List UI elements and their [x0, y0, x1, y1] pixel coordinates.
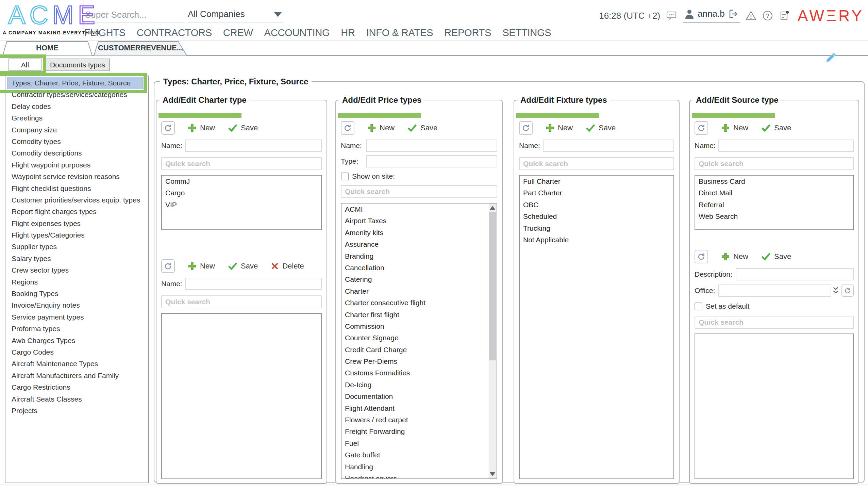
- list-item[interactable]: Fuel: [341, 438, 497, 449]
- sidebar-item[interactable]: Company size: [7, 124, 143, 136]
- scroll-up-icon[interactable]: [490, 206, 495, 210]
- refresh-button[interactable]: [695, 250, 708, 263]
- nav-item[interactable]: HR: [341, 27, 355, 38]
- sidebar-item[interactable]: Regions: [7, 276, 143, 288]
- new-button[interactable]: New: [721, 124, 748, 132]
- new-button[interactable]: New: [188, 124, 215, 132]
- save-button[interactable]: Save: [407, 123, 437, 133]
- list-item[interactable]: Full Charter: [520, 176, 673, 187]
- sidebar-item[interactable]: Greetings: [7, 112, 143, 124]
- scrollbar-thumb[interactable]: [489, 212, 496, 360]
- save-button[interactable]: Save: [228, 123, 258, 133]
- company-logo[interactable]: ACME A COMPANY MAKING EVERYTHING: [0, 0, 84, 38]
- price-type-input[interactable]: [366, 155, 497, 167]
- subtab-all[interactable]: All: [9, 59, 41, 71]
- refresh-button[interactable]: [341, 121, 354, 135]
- refresh-button[interactable]: [519, 121, 533, 135]
- source-name-input[interactable]: [718, 140, 854, 152]
- list-item[interactable]: OBC: [520, 199, 673, 211]
- nav-item[interactable]: SETTINGS: [502, 27, 551, 38]
- list-item[interactable]: Handling: [341, 461, 497, 473]
- scrollbar[interactable]: [489, 204, 497, 478]
- list-item[interactable]: ACMI: [341, 204, 497, 215]
- show-on-site-checkbox[interactable]: [341, 173, 349, 180]
- list-item[interactable]: Customs Formalities: [341, 367, 497, 379]
- sidebar-item[interactable]: Flight checklist questions: [7, 183, 143, 194]
- list-item[interactable]: Credit Card Charge: [341, 344, 497, 356]
- sidebar-item[interactable]: Projects: [7, 405, 143, 417]
- nav-item[interactable]: INFO & RATES: [366, 27, 433, 38]
- sidebar-item[interactable]: Aircraft Seats Classes: [7, 393, 143, 405]
- list-item[interactable]: Flowers / red carpet: [341, 414, 497, 426]
- sidebar-item[interactable]: Waypoint service revision reasons: [7, 171, 143, 182]
- charter-sub-quick-search[interactable]: [161, 295, 322, 308]
- new-button[interactable]: New: [188, 262, 215, 271]
- refresh-button[interactable]: [161, 121, 175, 135]
- sidebar-item[interactable]: Aircraft Manufacturers and Family: [7, 370, 143, 381]
- list-item[interactable]: Branding: [341, 250, 497, 262]
- list-item[interactable]: Charter first flight: [341, 309, 497, 321]
- nav-item[interactable]: FLIGHTS: [84, 27, 126, 38]
- save-button[interactable]: Save: [761, 252, 791, 261]
- save-button[interactable]: Save: [761, 123, 791, 133]
- logout-icon[interactable]: [728, 9, 738, 19]
- source-description-input[interactable]: [736, 268, 854, 280]
- sidebar-item[interactable]: Service payment types: [7, 311, 143, 323]
- chat-icon[interactable]: [666, 10, 677, 21]
- list-item[interactable]: Web Search: [695, 211, 853, 222]
- set-as-default-checkbox[interactable]: [695, 303, 702, 310]
- sidebar-item[interactable]: Contractor types/services/categories: [7, 89, 143, 100]
- sidebar-item[interactable]: Flight types/Categories: [7, 229, 143, 241]
- list-item[interactable]: Part Charter: [520, 187, 673, 199]
- new-button[interactable]: New: [721, 252, 748, 261]
- list-item[interactable]: Catering: [341, 274, 497, 285]
- refresh-button[interactable]: [695, 121, 708, 135]
- new-button[interactable]: New: [367, 124, 395, 132]
- nav-item[interactable]: ACCOUNTING: [264, 27, 330, 38]
- list-item[interactable]: Counter Signage: [341, 332, 497, 344]
- sidebar-item[interactable]: Salary types: [7, 253, 143, 264]
- source-sub-quick-search[interactable]: [695, 316, 854, 329]
- source-office-input[interactable]: [718, 284, 831, 297]
- warning-icon[interactable]: [746, 10, 756, 21]
- sidebar-item[interactable]: Comodity types: [7, 136, 143, 147]
- list-item[interactable]: Freight Forwarding: [341, 426, 497, 437]
- super-search-input[interactable]: [85, 7, 184, 22]
- list-item[interactable]: Not Applicable: [520, 234, 673, 246]
- list-item[interactable]: Cancellation: [341, 262, 497, 274]
- list-item[interactable]: Documentation: [341, 391, 497, 402]
- company-selector[interactable]: All Companies: [188, 7, 284, 22]
- sidebar-item[interactable]: Cargo Codes: [7, 346, 143, 358]
- nav-item[interactable]: REPORTS: [444, 27, 491, 38]
- tab-customerrevenue[interactable]: CUSTOMERREVENUE...: [95, 44, 186, 52]
- list-item[interactable]: Cargo: [162, 187, 321, 199]
- sidebar-item[interactable]: Delay codes: [7, 101, 143, 112]
- sidebar-item[interactable]: Types: Charter, Price, Fixture, Source: [7, 77, 143, 89]
- pencil-icon[interactable]: [824, 52, 837, 64]
- charter-quick-search[interactable]: [161, 157, 322, 170]
- new-button[interactable]: New: [546, 124, 573, 132]
- save-button[interactable]: Save: [586, 123, 616, 133]
- notes-icon[interactable]: [779, 10, 790, 21]
- sidebar-item[interactable]: Comodity descriptions: [7, 147, 143, 159]
- tab-home[interactable]: HOME: [3, 44, 92, 52]
- refresh-button[interactable]: [161, 259, 175, 273]
- list-item[interactable]: CommJ: [162, 176, 321, 187]
- list-item[interactable]: Scheduled: [520, 211, 673, 222]
- list-item[interactable]: Gate buffet: [341, 449, 497, 461]
- price-name-input[interactable]: [366, 140, 497, 152]
- list-item[interactable]: Crew Per-Diems: [341, 356, 497, 367]
- delete-button[interactable]: Delete: [271, 262, 304, 271]
- save-button[interactable]: Save: [228, 261, 258, 271]
- sidebar-item[interactable]: Aircraft Maintenance Types: [7, 358, 143, 370]
- scroll-down-icon[interactable]: [490, 472, 495, 476]
- list-item[interactable]: Business Card: [695, 176, 853, 187]
- fixture-name-input[interactable]: [543, 140, 674, 152]
- list-item[interactable]: Airport Taxes: [341, 215, 497, 227]
- help-icon[interactable]: ?: [762, 10, 773, 21]
- list-item[interactable]: Charter: [341, 286, 497, 297]
- sidebar-item[interactable]: Booking Types: [7, 288, 143, 299]
- list-item[interactable]: Assurance: [341, 239, 497, 250]
- nav-item[interactable]: CREW: [223, 27, 253, 38]
- charter-name-input[interactable]: [185, 140, 322, 152]
